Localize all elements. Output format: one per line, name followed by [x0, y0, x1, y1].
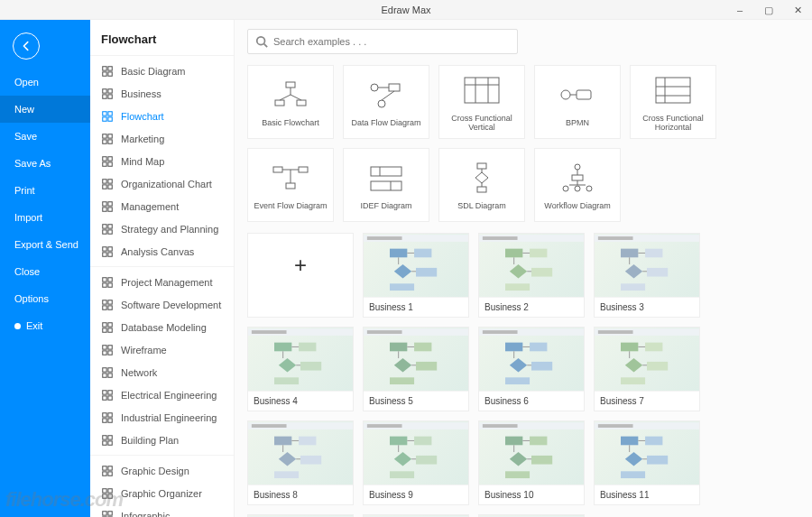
template-blank[interactable]: + — [247, 233, 354, 318]
svg-marker-236 — [510, 452, 527, 466]
subtype-icon — [268, 77, 313, 113]
svg-rect-221 — [274, 471, 299, 478]
category-icon — [101, 178, 114, 190]
category-software-development[interactable]: Software Development — [90, 293, 234, 316]
svg-rect-173 — [252, 330, 287, 334]
svg-point-139 — [575, 186, 580, 191]
content-area: Basic FlowchartData Flow DiagramCross Fu… — [235, 20, 812, 517]
sidebar-item-exit[interactable]: Exit — [0, 312, 90, 339]
subtype-tile-sdl-diagram[interactable]: SDL Diagram — [438, 148, 525, 222]
svg-rect-65 — [108, 435, 112, 439]
category-label: Basic Diagram — [121, 66, 186, 77]
sidebar-item-label: Print — [14, 185, 35, 196]
template-business-7[interactable]: Business 7 — [594, 327, 700, 411]
svg-marker-196 — [510, 358, 527, 372]
svg-rect-76 — [103, 511, 106, 514]
category-marketing[interactable]: Marketing — [90, 127, 234, 150]
category-basic-diagram[interactable]: Basic Diagram — [90, 60, 234, 82]
category-strategy-and-planning[interactable]: Strategy and Planning — [90, 217, 234, 240]
template-label: Business 2 — [479, 297, 584, 317]
template-business-3[interactable]: Business 3 — [594, 233, 700, 318]
template-business-5[interactable]: Business 5 — [363, 327, 469, 411]
category-wireframe[interactable]: Wireframe — [90, 338, 234, 361]
subtype-tile-cross-functional-horizontal[interactable]: Cross Functional Horizontal — [630, 65, 716, 139]
category-business[interactable]: Business — [90, 82, 234, 105]
subtype-tile-workflow-diagram[interactable]: Workflow Diagram — [534, 148, 621, 222]
svg-rect-155 — [530, 249, 547, 258]
close-button[interactable]: ✕ — [783, 0, 812, 20]
category-industrial-engineering[interactable]: Industrial Engineering — [90, 406, 234, 429]
template-label: Business 5 — [364, 391, 468, 411]
category-label: Business — [121, 88, 161, 99]
sidebar-item-export-send[interactable]: Export & Send — [0, 231, 90, 258]
sidebar-item-print[interactable]: Print — [0, 177, 90, 204]
category-infographic[interactable]: Infographic — [90, 504, 234, 517]
category-icon — [101, 344, 114, 356]
template-business-2[interactable]: Business 2 — [478, 233, 585, 318]
template-business-11[interactable]: Business 11 — [594, 420, 700, 505]
svg-rect-129 — [477, 163, 486, 169]
category-analysis-canvas[interactable]: Analysis Canvas — [90, 240, 234, 263]
template-thumbnail — [479, 234, 584, 297]
sidebar-item-save[interactable]: Save — [0, 123, 90, 150]
template-business-6[interactable]: Business 6 — [478, 327, 585, 411]
svg-marker-186 — [394, 358, 411, 372]
svg-rect-29 — [108, 224, 112, 227]
category-flowchart[interactable]: Flowchart — [90, 105, 234, 127]
back-button[interactable] — [13, 32, 40, 60]
subtype-tile-data-flow-diagram[interactable]: Data Flow Diagram — [343, 65, 429, 139]
template-thumbnail — [364, 421, 468, 485]
svg-rect-191 — [390, 377, 414, 384]
svg-rect-167 — [647, 268, 668, 277]
subtype-tile-event-flow-diagram[interactable]: Event Flow Diagram — [247, 148, 334, 222]
svg-rect-105 — [389, 84, 400, 91]
template-business-9[interactable]: Business 9 — [363, 420, 469, 505]
template-label: Business 11 — [595, 485, 699, 504]
subtype-icon — [555, 77, 600, 113]
category-management[interactable]: Management — [90, 195, 234, 217]
category-label: Graphic Organizer — [121, 488, 202, 499]
category-icon — [101, 389, 114, 402]
template-business-8[interactable]: Business 8 — [247, 420, 354, 505]
subtype-tile-cross-functional-vertical[interactable]: Cross Functional Vertical — [438, 65, 525, 139]
svg-rect-75 — [108, 494, 112, 497]
minimize-button[interactable]: – — [725, 0, 754, 20]
svg-rect-59 — [108, 395, 112, 399]
svg-rect-10 — [103, 116, 106, 120]
category-label: Network — [121, 367, 157, 378]
category-building-plan[interactable]: Building Plan — [90, 429, 234, 451]
search-box[interactable] — [247, 29, 518, 54]
subtype-tile-basic-flowchart[interactable]: Basic Flowchart — [247, 65, 334, 139]
sidebar-item-close[interactable]: Close — [0, 258, 90, 285]
sidebar-item-save-as[interactable]: Save As — [0, 150, 90, 177]
template-business-10[interactable]: Business 10 — [478, 420, 585, 505]
category-organizational-chart[interactable]: Organizational Chart — [90, 172, 234, 195]
subtype-tile-idef-diagram[interactable]: IDEF Diagram — [343, 148, 429, 222]
template-business-1[interactable]: Business 1 — [363, 233, 469, 318]
category-label: Strategy and Planning — [121, 224, 218, 235]
template-label: Business 10 — [479, 485, 584, 504]
sidebar-item-open[interactable]: Open — [0, 69, 90, 96]
category-label: Mind Map — [121, 156, 164, 167]
category-graphic-organizer[interactable]: Graphic Organizer — [90, 482, 234, 504]
sidebar-item-options[interactable]: Options — [0, 285, 90, 312]
category-label: Infographic — [121, 511, 170, 518]
maximize-button[interactable]: ▢ — [754, 0, 783, 20]
svg-marker-246 — [625, 452, 642, 466]
svg-rect-45 — [108, 322, 112, 326]
svg-line-97 — [264, 44, 268, 48]
category-icon — [101, 276, 114, 289]
search-input[interactable] — [273, 36, 510, 47]
svg-rect-34 — [103, 252, 106, 255]
category-electrical-engineering[interactable]: Electrical Engineering — [90, 383, 234, 406]
sidebar-item-new[interactable]: New — [0, 96, 90, 123]
category-database-modeling[interactable]: Database Modeling — [90, 316, 234, 338]
category-project-management[interactable]: Project Management — [90, 271, 234, 293]
category-network[interactable]: Network — [90, 361, 234, 383]
category-mind-map[interactable]: Mind Map — [90, 150, 234, 172]
template-business-4[interactable]: Business 4 — [247, 327, 354, 411]
sidebar-item-import[interactable]: Import — [0, 204, 90, 231]
category-graphic-design[interactable]: Graphic Design — [90, 459, 234, 482]
template-thumbnail — [364, 234, 468, 297]
subtype-tile-bpmn[interactable]: BPMN — [534, 65, 621, 139]
